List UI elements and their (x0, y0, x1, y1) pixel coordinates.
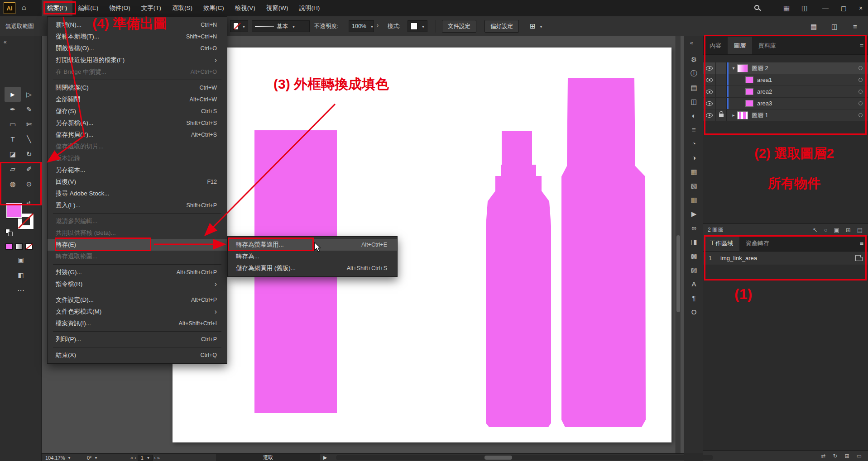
artboard-name[interactable]: img_link_area (717, 255, 855, 261)
dock-panel-icon[interactable]: ◐ (684, 109, 704, 123)
layer-thumbnail[interactable] (745, 100, 753, 107)
close-button[interactable]: × (853, 0, 868, 16)
dock-panel-icon[interactable]: ▤ (684, 81, 704, 95)
file-menu-item[interactable]: 另存範本... (48, 164, 227, 176)
zoom-level-dropdown[interactable]: 104.17% (45, 454, 70, 461)
file-menu-item[interactable]: 儲存(S) Ctrl+S (48, 105, 227, 117)
target-circle-icon[interactable] (858, 90, 863, 94)
artboards-footer-icon[interactable]: ⇄ (821, 453, 825, 459)
lock-toggle[interactable] (716, 74, 727, 86)
fill-color-swatch[interactable] (6, 203, 22, 218)
opacity-stepper[interactable]: › (377, 22, 379, 29)
layer-row[interactable]: area1 (703, 74, 868, 86)
dock-panel-icon[interactable]: ◔ (684, 137, 704, 151)
dock-panel-icon[interactable]: ▩ (684, 249, 704, 263)
layer-name[interactable]: 圖層 1 (752, 111, 858, 119)
artboards-footer-icon[interactable]: ⊞ (845, 453, 849, 459)
arrange-documents-dropdown[interactable]: ⊞ (527, 20, 545, 32)
first-artboard-icon[interactable]: « (130, 455, 133, 461)
horizontal-scrollbar[interactable] (336, 455, 713, 460)
stroke-style-dropdown[interactable]: 基本 (252, 20, 310, 32)
vertical-scrollbar-thumb[interactable] (676, 235, 680, 312)
file-menu-item[interactable]: 全部關閉 Alt+Ctrl+W (48, 94, 227, 105)
layer-row[interactable]: 圖層 2 (703, 62, 868, 74)
submenu-item[interactable]: 轉存為螢幕適用... Alt+Ctrl+E (228, 239, 397, 251)
file-menu-item[interactable]: 新增(N)... Ctrl+N (48, 19, 227, 31)
lock-toggle[interactable] (716, 98, 727, 109)
disclosure-triangle-icon[interactable] (730, 113, 737, 118)
file-menu-item[interactable]: 從範本新增(T)... Shift+Ctrl+N (48, 31, 227, 43)
lock-toggle[interactable] (716, 86, 727, 97)
layer-row[interactable]: area2 (703, 86, 868, 98)
file-menu-item[interactable]: 共用以供審核 (Beta)... (48, 227, 227, 239)
visibility-toggle[interactable] (703, 109, 716, 121)
dock-panel-icon[interactable]: ◫ (684, 95, 704, 109)
file-menu-item[interactable]: 邀請參與編輯... (48, 215, 227, 227)
target-circle-icon[interactable] (858, 66, 863, 70)
file-menu-item[interactable]: 版本記錄 (48, 152, 227, 164)
target-circle-icon[interactable] (858, 78, 863, 82)
current-tool-indicator[interactable]: 選取 (216, 454, 320, 461)
dock-panel-icon[interactable]: ¶ (684, 291, 704, 305)
dock-panel-icon[interactable]: O (684, 305, 704, 319)
file-menu-item[interactable] (53, 292, 221, 292)
layer-name[interactable]: area1 (757, 76, 858, 83)
tool-button[interactable]: ◪ (5, 147, 21, 162)
dock-panel-icon[interactable]: ▶ (684, 207, 704, 221)
tool-button[interactable]: ⊙ (21, 176, 37, 191)
dock-panel-icon[interactable]: ◑ (684, 151, 704, 165)
file-menu-item[interactable]: 指令檔(R) (48, 278, 227, 290)
file-menu-item[interactable]: 回復(V) F12 (48, 176, 227, 188)
tool-button[interactable]: ↻ (21, 147, 37, 162)
minimize-button[interactable]: — (818, 0, 833, 16)
lock-toggle[interactable] (716, 62, 727, 74)
menubar-item[interactable]: 檔案(F) (42, 0, 72, 16)
file-menu-item[interactable]: 結束(X) Ctrl+Q (48, 349, 227, 361)
panel-tab[interactable]: 工作區域 (703, 236, 739, 251)
menubar-item[interactable]: 文字(T) (136, 0, 167, 16)
rotation-dropdown[interactable]: 0° (87, 454, 97, 461)
target-circle-icon[interactable] (858, 113, 863, 117)
layer-thumbnail[interactable] (737, 64, 748, 72)
dock-panel-icon[interactable]: ◨ (684, 235, 704, 249)
panel-tab[interactable]: 圖層 (728, 37, 752, 54)
visibility-toggle[interactable] (703, 62, 716, 74)
panel-tab[interactable]: 資料庫 (752, 37, 782, 54)
panel-toggle-icon[interactable]: ◫ (831, 23, 838, 31)
fill-quick-swatch-dropdown[interactable] (230, 20, 248, 32)
last-artboard-icon[interactable]: » (157, 455, 160, 461)
dock-panel-icon[interactable]: ▨ (684, 263, 704, 277)
dock-panel-icon[interactable]: ▦ (684, 165, 704, 179)
file-menu-item[interactable]: 轉存(E) (48, 239, 227, 251)
file-menu-item[interactable]: 另存新檔(A)... Shift+Ctrl+S (48, 117, 227, 129)
file-menu-item[interactable]: 關閉檔案(C) Ctrl+W (48, 82, 227, 94)
submenu-item[interactable]: 儲存為網頁用 (舊版)... Alt+Shift+Ctrl+S (228, 262, 397, 274)
horizontal-scrollbar-thumb[interactable] (484, 456, 512, 460)
tool-button[interactable]: ✄ (21, 117, 37, 132)
tool-button[interactable]: ✎ (21, 102, 37, 117)
restore-button[interactable]: ▢ (836, 0, 851, 16)
layers-footer-icon[interactable]: ○ (824, 227, 828, 233)
tool-button[interactable]: ▷ (21, 87, 37, 102)
color-mode-button[interactable] (5, 243, 13, 250)
menubar-item[interactable]: 視窗(W) (261, 0, 294, 16)
visibility-toggle[interactable] (703, 86, 716, 97)
file-menu-item[interactable] (53, 80, 221, 80)
search-icon[interactable] (754, 5, 759, 10)
layer-name[interactable]: 圖層 2 (752, 64, 858, 72)
dock-panel-icon[interactable]: ⓘ (684, 67, 704, 81)
dock-panel-icon[interactable]: A (684, 277, 704, 291)
document-setup-button[interactable]: 文件設定 (442, 20, 476, 33)
file-menu-item[interactable]: 打開最近使用過的檔案(F) (48, 54, 227, 66)
lock-toggle[interactable] (716, 109, 727, 121)
file-menu-item[interactable]: 在 Bridge 中瀏覽... Alt+Ctrl+O (48, 66, 227, 78)
file-menu-item[interactable] (53, 331, 221, 332)
menubar-item[interactable]: 編輯(E) (72, 0, 104, 16)
preferences-button[interactable]: 偏好設定 (484, 20, 519, 33)
tool-button[interactable]: ◍ (5, 176, 21, 191)
panel-tab[interactable]: 內容 (703, 37, 728, 54)
layer-thumbnail[interactable] (737, 111, 748, 119)
collapse-tools-icon[interactable]: « (4, 39, 6, 45)
prev-artboard-icon[interactable]: ‹ (134, 455, 136, 461)
target-circle-icon[interactable] (858, 101, 863, 105)
